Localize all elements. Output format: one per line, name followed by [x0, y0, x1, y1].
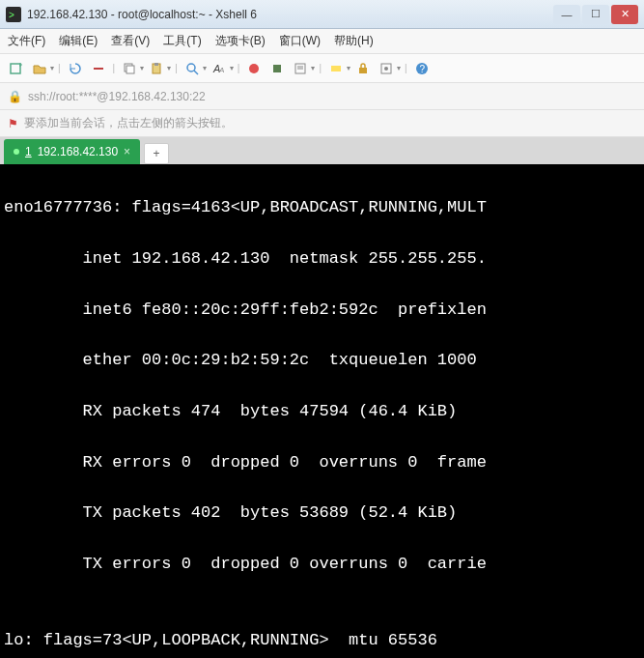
svg-text:?: ?	[419, 64, 425, 74]
flag-icon[interactable]: ⚑	[8, 117, 18, 130]
svg-point-22	[384, 67, 388, 71]
session-tab[interactable]: 1 192.168.42.130 ×	[4, 139, 140, 164]
dropdown-icon[interactable]: ▾	[140, 64, 144, 72]
svg-text:A: A	[218, 66, 224, 74]
script-icon[interactable]	[290, 58, 311, 79]
svg-point-14	[249, 64, 259, 73]
svg-line-11	[194, 71, 198, 74]
plus-icon: +	[154, 147, 160, 160]
new-session-icon[interactable]	[6, 58, 27, 79]
dropdown-icon[interactable]: ▾	[167, 64, 171, 72]
disconnect-icon[interactable]	[88, 58, 109, 79]
hint-text: 要添加当前会话，点击左侧的箭头按钮。	[24, 115, 233, 131]
svg-rect-9	[154, 63, 158, 66]
terminal-line: RX errors 0 dropped 0 overruns 0 frame	[4, 450, 640, 475]
help-icon[interactable]: ?	[411, 58, 433, 79]
terminal-line: TX packets 402 bytes 53689 (52.4 KiB)	[4, 501, 640, 526]
minimize-button[interactable]: —	[553, 5, 580, 24]
svg-point-10	[187, 64, 195, 72]
open-session-icon[interactable]	[29, 58, 50, 79]
menu-tools[interactable]: 工具(T)	[163, 33, 201, 49]
app-icon: >	[6, 7, 21, 22]
dropdown-icon[interactable]: ▾	[347, 64, 350, 72]
terminal-line: inet6 fe80::20c:29ff:feb2:592c prefixlen	[4, 298, 640, 323]
font-icon[interactable]: AA	[209, 58, 230, 79]
stop-icon[interactable]	[266, 58, 288, 79]
dropdown-icon[interactable]: ▾	[397, 64, 401, 72]
address-bar[interactable]: 🔒 ssh://root:****@192.168.42.130:22	[0, 83, 644, 110]
paste-icon[interactable]	[146, 58, 167, 79]
window-titlebar: > 192.168.42.130 - root@localhost:~ - Xs…	[0, 0, 644, 29]
menu-bar: 文件(F) 编辑(E) 查看(V) 工具(T) 选项卡(B) 窗口(W) 帮助(…	[0, 29, 644, 54]
hint-bar: ⚑ 要添加当前会话，点击左侧的箭头按钮。	[0, 110, 644, 137]
menu-window[interactable]: 窗口(W)	[279, 33, 321, 49]
svg-text:>: >	[9, 10, 14, 20]
svg-rect-7	[126, 66, 134, 73]
tab-label: 192.168.42.130	[38, 145, 118, 158]
terminal-output[interactable]: eno16777736: flags=4163<UP,BROADCAST,RUN…	[0, 164, 644, 658]
menu-tabs[interactable]: 选项卡(B)	[215, 33, 266, 49]
menu-edit[interactable]: 编辑(E)	[59, 33, 98, 49]
lock-icon[interactable]	[352, 58, 374, 79]
record-icon[interactable]	[243, 58, 265, 79]
reconnect-icon[interactable]	[65, 58, 86, 79]
terminal-line: lo: flags=73<UP,LOOPBACK,RUNNING> mtu 65…	[4, 628, 640, 653]
dropdown-icon[interactable]: ▾	[230, 64, 234, 72]
tab-close-icon[interactable]: ×	[124, 145, 130, 158]
terminal-line: TX errors 0 dropped 0 overruns 0 carrie	[4, 552, 640, 577]
new-tab-button[interactable]: +	[144, 143, 169, 164]
address-text: ssh://root:****@192.168.42.130:22	[28, 90, 206, 103]
terminal-line: RX packets 474 bytes 47594 (46.4 KiB)	[4, 399, 640, 424]
connection-indicator-icon	[14, 149, 19, 155]
window-controls: — ☐ ✕	[553, 5, 638, 24]
terminal-line: ether 00:0c:29:b2:59:2c txqueuelen 1000	[4, 348, 640, 373]
menu-help[interactable]: 帮助(H)	[334, 33, 374, 49]
properties-icon[interactable]	[376, 58, 397, 79]
window-title: 192.168.42.130 - root@localhost:~ - Xshe…	[27, 8, 553, 21]
tab-bar: 1 192.168.42.130 × +	[0, 137, 644, 164]
menu-view[interactable]: 查看(V)	[111, 33, 150, 49]
svg-rect-2	[11, 64, 20, 73]
svg-rect-20	[359, 68, 367, 73]
maximize-button[interactable]: ☐	[582, 5, 609, 24]
tab-index: 1	[25, 145, 32, 158]
highlight-icon[interactable]	[325, 58, 347, 79]
terminal-line: eno16777736: flags=4163<UP,BROADCAST,RUN…	[4, 195, 640, 220]
lock-icon: 🔒	[8, 90, 22, 103]
dropdown-icon[interactable]: ▾	[203, 64, 207, 72]
svg-rect-19	[331, 66, 341, 72]
menu-file[interactable]: 文件(F)	[8, 33, 45, 49]
search-icon[interactable]	[182, 58, 203, 79]
toolbar: ▾ | | ▾ ▾ | ▾ AA ▾ | ▾ | ▾ ▾ | ?	[0, 54, 644, 83]
copy-icon[interactable]	[119, 58, 140, 79]
terminal-line: inet 192.168.42.130 netmask 255.255.255.	[4, 246, 640, 272]
dropdown-icon[interactable]: ▾	[311, 64, 315, 72]
close-button[interactable]: ✕	[611, 5, 638, 24]
svg-rect-15	[273, 65, 281, 72]
dropdown-icon[interactable]: ▾	[50, 64, 54, 72]
